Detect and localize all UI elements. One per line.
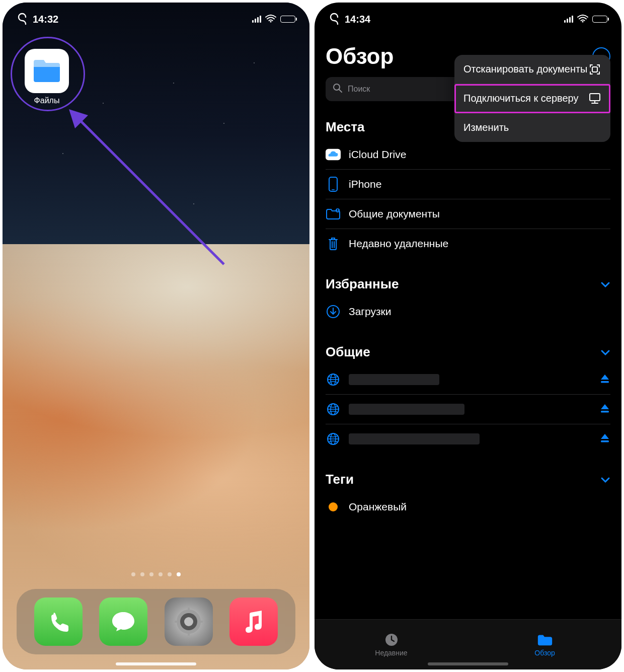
home-indicator[interactable] bbox=[116, 662, 196, 665]
favorites-downloads[interactable]: Загрузки bbox=[326, 297, 610, 326]
row-label: iCloud Drive bbox=[349, 148, 406, 161]
menu-scan-documents[interactable]: Отсканировать документы bbox=[454, 55, 610, 84]
globe-icon bbox=[326, 372, 341, 387]
search-placeholder: Поиск bbox=[348, 85, 370, 94]
tab-label: Недавние bbox=[375, 649, 407, 657]
tab-label: Обзор bbox=[534, 649, 555, 657]
battery-icon bbox=[592, 16, 607, 23]
chevron-down-icon bbox=[600, 276, 610, 292]
shared-list bbox=[326, 365, 610, 454]
wifi-icon bbox=[265, 14, 276, 25]
trash-icon bbox=[326, 236, 341, 251]
carrier-logo-icon bbox=[329, 13, 340, 26]
svg-rect-15 bbox=[332, 189, 335, 190]
places-list: iCloud Drive iPhone Общие документы Неда… bbox=[326, 140, 610, 258]
section-favorites-header[interactable]: Избранные bbox=[326, 276, 610, 292]
svg-line-12 bbox=[339, 90, 342, 92]
page-dots[interactable] bbox=[3, 572, 309, 576]
section-shared-title: Общие bbox=[326, 344, 370, 360]
battery-icon bbox=[280, 16, 295, 23]
tag-color-dot bbox=[326, 499, 341, 514]
wifi-icon bbox=[577, 14, 588, 25]
eject-button[interactable] bbox=[599, 403, 610, 416]
row-label: Общие документы bbox=[349, 208, 440, 220]
menu-label: Отсканировать документы bbox=[463, 63, 587, 76]
redacted-label bbox=[349, 433, 480, 444]
section-favorites-title: Избранные bbox=[326, 276, 399, 292]
svg-rect-6 bbox=[188, 608, 190, 612]
shared-server-3[interactable] bbox=[326, 424, 610, 454]
svg-line-1 bbox=[77, 117, 224, 264]
places-recently-deleted[interactable]: Недавно удаленные bbox=[326, 229, 610, 258]
settings-app[interactable] bbox=[165, 598, 213, 646]
tab-bar: Недавние Обзор bbox=[315, 619, 621, 669]
menu-edit[interactable]: Изменить bbox=[454, 113, 610, 142]
eject-button[interactable] bbox=[599, 373, 610, 387]
svg-point-17 bbox=[337, 209, 339, 211]
folder-shared-icon bbox=[326, 206, 341, 221]
status-time: 14:32 bbox=[33, 14, 58, 25]
section-tags-title: Теги bbox=[326, 472, 354, 487]
phone-app[interactable] bbox=[34, 598, 83, 646]
row-label: Недавно удаленные bbox=[349, 238, 448, 250]
globe-icon bbox=[326, 431, 341, 446]
scan-icon bbox=[588, 63, 601, 76]
menu-label: Изменить bbox=[463, 121, 509, 134]
places-shared-docs[interactable]: Общие документы bbox=[326, 199, 610, 229]
files-app-icon[interactable] bbox=[25, 49, 69, 93]
music-app[interactable] bbox=[229, 598, 278, 646]
redacted-label bbox=[349, 374, 439, 385]
svg-point-5 bbox=[184, 617, 193, 626]
row-label: iPhone bbox=[349, 178, 381, 190]
folder-icon bbox=[536, 633, 554, 647]
redacted-label bbox=[349, 404, 464, 415]
files-app-label: Файлы bbox=[34, 96, 60, 105]
tag-orange[interactable]: Оранжевый bbox=[326, 492, 610, 521]
row-label: Оранжевый bbox=[349, 501, 407, 513]
context-menu: Отсканировать документы Подключиться к с… bbox=[454, 55, 610, 142]
svg-point-10 bbox=[582, 21, 583, 22]
iphone-icon bbox=[326, 177, 341, 192]
svg-rect-30 bbox=[601, 440, 609, 442]
icloud-icon bbox=[326, 147, 341, 162]
svg-rect-31 bbox=[592, 67, 597, 72]
svg-rect-32 bbox=[590, 94, 600, 101]
section-tags-header[interactable]: Теги bbox=[326, 472, 610, 487]
shared-server-1[interactable] bbox=[326, 365, 610, 395]
svg-rect-22 bbox=[601, 381, 609, 383]
chevron-down-icon bbox=[600, 344, 610, 360]
cell-signal-icon bbox=[252, 16, 261, 23]
search-icon bbox=[333, 83, 343, 95]
svg-rect-8 bbox=[175, 621, 179, 623]
places-icloud[interactable]: iCloud Drive bbox=[326, 140, 610, 170]
phone-home-screen: 14:32 Файлы bbox=[3, 3, 309, 669]
messages-app[interactable] bbox=[99, 598, 147, 646]
download-icon bbox=[326, 304, 341, 319]
files-app[interactable]: Файлы bbox=[25, 49, 69, 105]
clock-icon bbox=[383, 633, 400, 647]
tags-list: Оранжевый bbox=[326, 492, 610, 521]
server-icon bbox=[588, 93, 601, 105]
favorites-list: Загрузки bbox=[326, 297, 610, 326]
section-shared-header[interactable]: Общие bbox=[326, 344, 610, 360]
menu-label: Подключиться к серверу bbox=[463, 92, 578, 105]
svg-rect-9 bbox=[199, 621, 203, 623]
chevron-down-icon bbox=[600, 472, 610, 487]
phone-files-browse: 14:34 Обзор Поиск Места bbox=[315, 3, 621, 669]
svg-rect-26 bbox=[601, 411, 609, 413]
page-title: Обзор bbox=[326, 44, 394, 69]
places-iphone[interactable]: iPhone bbox=[326, 170, 610, 199]
home-indicator[interactable] bbox=[428, 662, 508, 665]
cell-signal-icon bbox=[564, 16, 573, 23]
svg-rect-14 bbox=[329, 177, 337, 191]
eject-button[interactable] bbox=[599, 432, 610, 446]
status-bar: 14:32 bbox=[3, 3, 309, 29]
globe-icon bbox=[326, 402, 341, 417]
dock bbox=[17, 589, 295, 654]
menu-connect-server[interactable]: Подключиться к серверу bbox=[454, 84, 610, 113]
svg-point-0 bbox=[270, 21, 271, 22]
shared-server-2[interactable] bbox=[326, 395, 610, 424]
status-bar: 14:34 bbox=[315, 3, 621, 29]
status-time: 14:34 bbox=[345, 14, 370, 25]
svg-point-11 bbox=[334, 84, 340, 90]
